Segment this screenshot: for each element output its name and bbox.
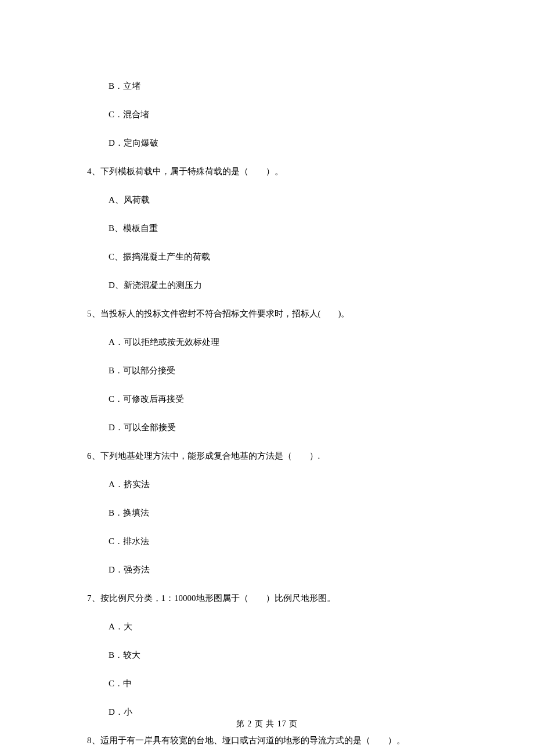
q4-option-c: C、振捣混凝土产生的荷载 (109, 251, 447, 263)
q6-option-d: D．强夯法 (109, 564, 447, 576)
q5-option-d: D．可以全部接受 (109, 422, 447, 434)
page-content: B．立堵 C．混合堵 D．定向爆破 4、下列模板荷载中，属于特殊荷载的是（ ）。… (0, 0, 534, 756)
q4-option-a: A、风荷载 (109, 194, 447, 206)
q4-option-b: B、模板自重 (109, 222, 447, 235)
q3-option-b: B．立堵 (109, 80, 447, 92)
q4-option-d: D、新浇混凝土的测压力 (109, 279, 447, 291)
q5-option-c: C．可修改后再接受 (109, 393, 447, 405)
question-5: 5、当投标人的投标文件密封不符合招标文件要求时，招标人( )。 (87, 308, 447, 320)
q6-option-c: C．排水法 (109, 535, 447, 548)
question-8: 8、适用于有一岸具有较宽的台地、垭口或古河道的地形的导流方式的是（ ）。 (87, 735, 447, 747)
q3-option-d: D．定向爆破 (109, 137, 447, 149)
q7-option-a: A．大 (109, 621, 447, 633)
q7-option-b: B．较大 (109, 649, 447, 661)
q6-option-a: A．挤实法 (109, 478, 447, 491)
question-6: 6、下列地基处理方法中，能形成复合地基的方法是（ ）. (87, 450, 447, 462)
q5-option-b: B．可以部分接受 (109, 365, 447, 377)
question-4: 4、下列模板荷载中，属于特殊荷载的是（ ）。 (87, 165, 447, 178)
q5-option-a: A．可以拒绝或按无效标处理 (109, 336, 447, 348)
page-footer: 第 2 页 共 17 页 (0, 719, 534, 729)
q7-option-c: C．中 (109, 678, 447, 690)
q3-option-c: C．混合堵 (109, 109, 447, 121)
question-7: 7、按比例尺分类，1：10000地形图属于（ ）比例尺地形图。 (87, 592, 447, 604)
q6-option-b: B．换填法 (109, 507, 447, 519)
q7-option-d: D．小 (109, 706, 447, 718)
